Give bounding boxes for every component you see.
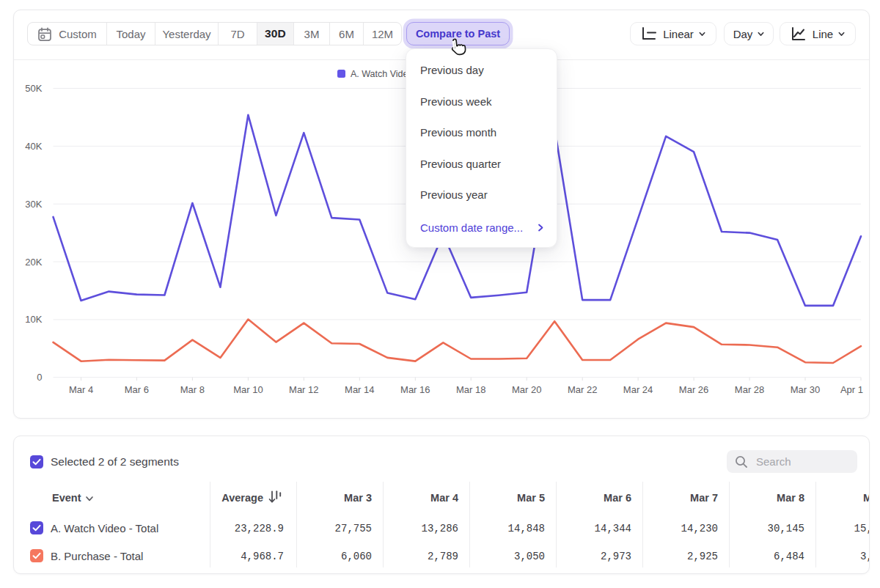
svg-text:Mar 26: Mar 26 [679,384,708,395]
svg-text:Mar 8: Mar 8 [180,384,205,395]
svg-text:Mar 16: Mar 16 [400,384,430,395]
svg-text:Mar 18: Mar 18 [456,384,485,395]
svg-text:Mar 28: Mar 28 [735,384,764,395]
svg-text:Mar 22: Mar 22 [568,384,597,395]
svg-text:Mar 10: Mar 10 [233,384,263,395]
svg-text:10K: 10K [25,314,42,325]
svg-text:Mar 20: Mar 20 [512,384,541,395]
svg-text:0: 0 [37,372,42,383]
svg-text:Apr 1: Apr 1 [840,384,863,395]
svg-text:Mar 14: Mar 14 [345,384,374,395]
svg-text:Mar 4: Mar 4 [69,384,93,395]
svg-text:Mar 30: Mar 30 [791,384,820,395]
svg-text:Mar 24: Mar 24 [623,384,653,395]
svg-text:Mar 12: Mar 12 [289,384,318,395]
svg-text:50K: 50K [25,83,42,94]
svg-text:30K: 30K [25,199,42,210]
svg-text:20K: 20K [25,257,42,268]
svg-text:40K: 40K [25,141,42,152]
svg-text:Mar 6: Mar 6 [125,384,149,395]
